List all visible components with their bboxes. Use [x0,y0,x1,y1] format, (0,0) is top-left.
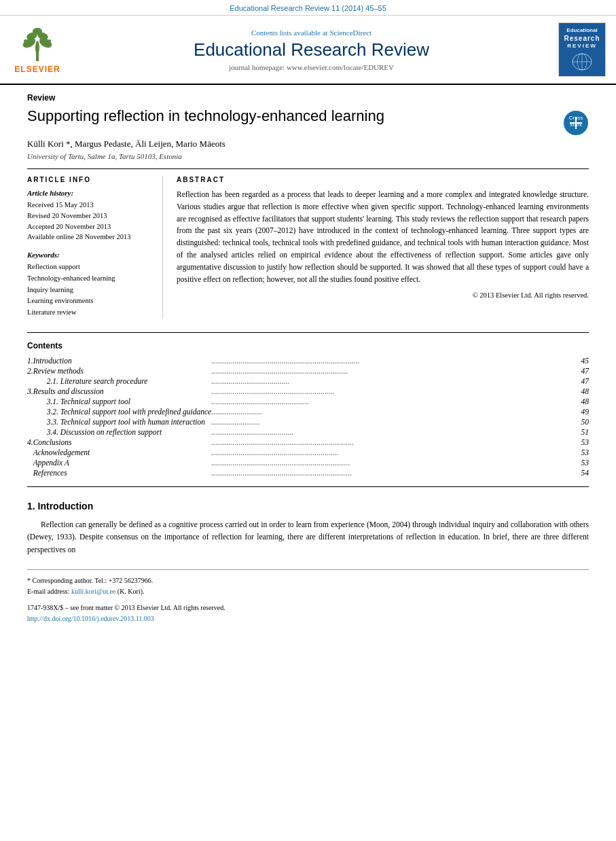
toc-number: 4. [27,437,33,448]
available-date: Available online 28 November 2013 [27,232,152,243]
toc-number: 1. [27,356,33,366]
elsevier-text-logo: ELSEVIER [14,65,60,74]
toc-dots: ........................................… [211,437,577,448]
toc-row: 3.3. Technical support tool with human i… [27,417,589,427]
toc-number [27,468,33,478]
contents-section: Contents 1.Introduction.................… [27,332,589,487]
toc-dots: ........................................… [211,356,577,366]
keyword-1: Reflection support [27,262,152,273]
journal-header-center: Contents lists available at ScienceDirec… [71,29,551,71]
article-type-label: Review [27,93,589,103]
article-title: Supporting reflection in technology-enha… [27,107,556,126]
toc-label: References [33,468,212,478]
toc-row: 3.1. Technical support tool.............… [27,397,589,407]
toc-number [27,448,33,458]
toc-page: 53 [578,448,590,458]
toc-label: Appendix A [33,458,212,468]
toc-page: 53 [578,458,590,468]
toc-number [27,407,33,417]
contents-title: Contents [27,341,589,351]
toc-label: Conclusions [33,437,212,448]
svg-point-8 [48,39,51,42]
toc-row: 3.4. Discussion on reflection support...… [27,427,589,437]
toc-dots: ........................................ [211,376,577,387]
toc-dots: ........................................… [211,458,577,468]
toc-dots: ........................................… [211,448,577,458]
toc-page: 48 [578,397,590,407]
toc-page: 51 [578,427,590,437]
svg-point-7 [24,39,26,42]
toc-dots: ........................................… [211,468,577,478]
issn-line: 1747-938X/$ – see front matter © 2013 El… [27,603,589,613]
toc-row: References..............................… [27,468,589,478]
toc-label: 2.1. Literature search procedure [33,376,212,387]
toc-label: 3.2. Technical support tool with predefi… [33,407,212,417]
toc-page: 47 [578,376,590,387]
journal-link-bar: Educational Research Review 11 (2014) 45… [0,0,616,16]
email-label: E-mail address: [27,588,69,595]
toc-number [27,458,33,468]
toc-dots: ......................... [211,417,577,427]
toc-label: 3.3. Technical support tool with human i… [33,417,212,427]
received-date: Received 15 May 2013 [27,200,152,211]
revised-date: Revised 20 November 2013 [27,211,152,221]
affiliation-line: University of Tartu, Salme 1a, Tartu 501… [27,152,589,160]
introduction-text: Reflection can generally be defined as a… [27,518,589,556]
keywords-label: Keywords: [27,251,152,259]
article-info-column: ARTICLE INFO Article history: Received 1… [27,176,163,319]
keyword-3: Inquiry learning [27,285,152,296]
abstract-column: ABSTRACT Reflection has been regarded as… [177,176,589,319]
toc-dots: ........................................… [211,387,577,397]
toc-page: 50 [578,417,590,427]
toc-number [27,427,33,437]
journal-cover-image: Educational Research REVIEW [558,22,606,77]
toc-page: 45 [578,356,590,366]
article-info-abstract-section: ARTICLE INFO Article history: Received 1… [27,176,589,319]
svg-point-6 [33,28,42,35]
toc-dots: ........................................… [211,427,577,437]
footnote-area: * Corresponding author. Tel.: +372 56237… [27,569,589,624]
abstract-header: ABSTRACT [177,176,589,183]
elsevier-logo: ELSEVIER [10,26,65,74]
toc-label: 3.1. Technical support tool [33,397,212,407]
introduction-title: 1. Introduction [27,501,589,512]
sciencedirect-line: Contents lists available at ScienceDirec… [71,29,551,37]
toc-label: Introduction [33,356,212,366]
corresponding-author: * Corresponding author. Tel.: +372 56237… [27,575,589,586]
introduction-section: 1. Introduction Reflection can generally… [27,501,589,556]
article-info-header: ARTICLE INFO [27,176,152,183]
toc-dots: .......................... [211,407,577,417]
toc-page: 49 [578,407,590,417]
email-suffix: (K. Kori). [117,588,145,595]
email-line: E-mail address: kulli.kori@ut.ee (K. Kor… [27,586,589,597]
toc-row: 1.Introduction..........................… [27,356,589,366]
authors-line: Külli Kori *, Margus Pedaste, Äli Leijen… [27,139,589,149]
toc-page: 53 [578,437,590,448]
journal-title: Educational Research Review [71,39,551,60]
crossmark-logo: Cross Mark [563,110,589,139]
keyword-5: Literature review [27,307,152,319]
toc-number [27,397,33,407]
toc-page: 48 [578,387,590,397]
accepted-date: Accepted 20 November 2013 [27,221,152,232]
svg-point-1 [35,41,39,54]
toc-row: 4.Conclusions...........................… [27,437,589,448]
doi-link[interactable]: http://dx.doi.org/10.1016/j.edurev.2013.… [27,615,154,622]
journal-header: ELSEVIER Contents lists available at Sci… [0,16,616,85]
abstract-text: Reflection has been regarded as a proces… [177,189,589,286]
article-history-block: Article history: Received 15 May 2013 Re… [27,189,152,243]
keyword-2: Technology-enhanced learning [27,273,152,285]
sciencedirect-link[interactable]: ScienceDirect [329,29,372,37]
toc-page: 54 [578,468,590,478]
toc-number [27,417,33,427]
toc-row: 3.Results and discussion................… [27,387,589,397]
toc-dots: ........................................… [211,397,577,407]
toc-number: 3. [27,387,33,397]
toc-label: 3.4. Discussion on reflection support [33,427,212,437]
toc-table: 1.Introduction..........................… [27,356,589,478]
divider-after-affiliation [27,168,589,169]
email-address[interactable]: kulli.kori@ut.ee [71,588,115,595]
main-content: Review Supporting reflection in technolo… [0,85,616,638]
keywords-block: Keywords: Reflection support Technology-… [27,251,152,319]
journal-homepage: journal homepage: www.elsevier.com/locat… [71,63,551,71]
